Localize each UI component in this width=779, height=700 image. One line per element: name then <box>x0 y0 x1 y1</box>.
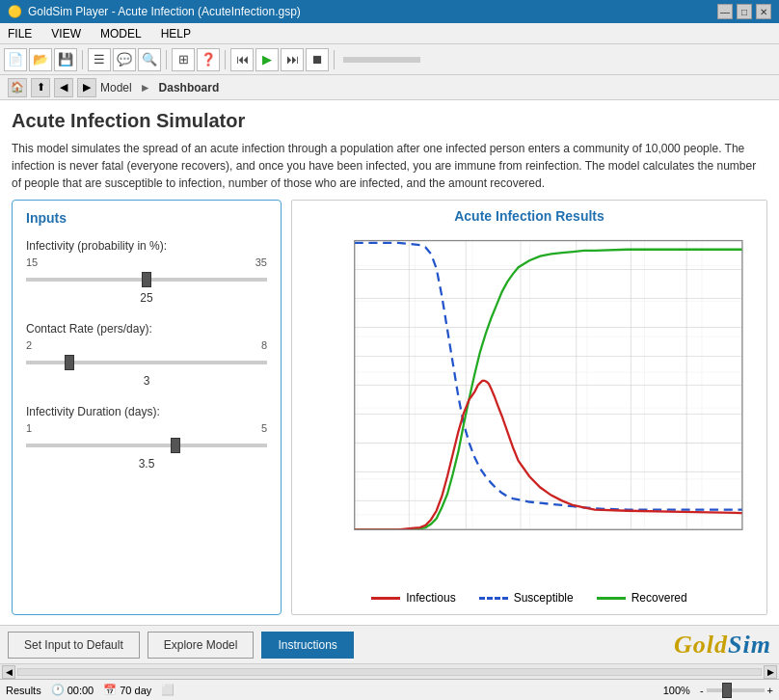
maximize-button[interactable]: □ <box>737 4 752 19</box>
scroll-right-arrow[interactable]: ▶ <box>764 665 777 679</box>
toolbar-search[interactable]: 🔍 <box>138 48 161 71</box>
bottom-bar: Set Input to Default Explore Model Instr… <box>0 625 779 663</box>
frame-icon: ⬜ <box>161 684 175 696</box>
slider-infectivity-min: 15 <box>26 256 38 268</box>
toolbar-help[interactable]: ❓ <box>197 48 220 71</box>
menu-file[interactable]: FILE <box>4 25 36 42</box>
nav-back[interactable]: ◀ <box>54 78 73 97</box>
slider-infectivity-max: 35 <box>255 256 267 268</box>
window-title: GoldSim Player - Acute Infection (AcuteI… <box>28 5 301 18</box>
toolbar-back[interactable]: ⏮ <box>230 48 254 71</box>
legend-recovered: Recovered <box>597 591 687 605</box>
inputs-panel-title: Inputs <box>26 210 267 226</box>
legend-infectious-line <box>371 597 400 600</box>
slider-contact-rate-input[interactable] <box>26 361 267 364</box>
chart-title: Acute Infection Results <box>300 208 759 224</box>
slider-contact-rate-max: 8 <box>261 339 267 351</box>
slider-duration-value: 3.5 <box>26 457 267 471</box>
zoom-minus-icon[interactable]: - <box>700 685 704 696</box>
toolbar-open[interactable]: 📂 <box>29 48 52 71</box>
breadcrumb-separator: ► <box>140 81 151 94</box>
menu-bar: FILE VIEW MODEL HELP <box>0 23 779 44</box>
nav-home[interactable]: 🏠 <box>8 78 27 97</box>
slider-duration-max: 5 <box>261 422 267 434</box>
toolbar-slider-track <box>343 57 420 63</box>
breadcrumb-root[interactable]: Model <box>100 81 132 94</box>
slider-duration-container[interactable] <box>26 436 267 455</box>
legend-recovered-label: Recovered <box>631 591 687 605</box>
toolbar-comment[interactable]: 💬 <box>113 48 136 71</box>
set-input-default-button[interactable]: Set Input to Default <box>8 632 140 659</box>
instructions-button[interactable]: Instructions <box>261 632 353 659</box>
status-time: 🕐 00:00 <box>51 684 94 696</box>
status-duration-value: 70 day <box>120 685 151 696</box>
app-icon: 🟡 <box>8 5 22 18</box>
slider-infectivity-input[interactable] <box>26 278 267 282</box>
zoom-plus-icon[interactable]: + <box>767 685 773 696</box>
toolbar-sep-1 <box>82 50 83 69</box>
slider-infectivity-range: 15 35 <box>26 256 267 268</box>
close-button[interactable]: ✕ <box>756 4 771 19</box>
toolbar-new[interactable]: 📄 <box>4 48 27 71</box>
scroll-track[interactable] <box>17 668 762 676</box>
legend-susceptible-line <box>479 597 508 600</box>
slider-infectivity-label: Infectivity (probability in %): <box>26 239 267 253</box>
status-section-label: Results <box>6 685 41 696</box>
status-zoom-value: 100% <box>663 685 690 696</box>
title-bar-controls[interactable]: — □ ✕ <box>717 4 771 19</box>
slider-infectivity: Infectivity (probability in %): 15 35 25 <box>26 239 267 305</box>
status-bar: Results 🕐 00:00 📅 70 day ⬜ 100% - + <box>0 679 779 700</box>
slider-duration-input[interactable] <box>26 444 267 447</box>
status-zoom: 100% <box>663 685 690 696</box>
slider-duration-label: Infectivity Duration (days): <box>26 405 267 418</box>
minimize-button[interactable]: — <box>717 4 733 19</box>
toolbar-save[interactable]: 💾 <box>54 48 77 71</box>
chart-svg: 0 1 2 3 4 5 6 7 8 9 10 <box>300 229 759 585</box>
zoom-slider[interactable]: - + <box>700 685 773 696</box>
status-time-value: 00:00 <box>67 685 94 696</box>
toolbar-sep-4 <box>334 50 335 69</box>
slider-contact-rate-value: 3 <box>26 374 267 388</box>
legend-infectious-label: Infectious <box>406 591 455 605</box>
slider-infectivity-container[interactable] <box>26 270 267 289</box>
toolbar-stop[interactable]: ⏹ <box>306 48 329 71</box>
nav-bar: 🏠 ⬆ ◀ ▶ Model ► Dashboard <box>0 75 779 100</box>
scroll-left-arrow[interactable]: ◀ <box>2 665 15 679</box>
chart-panel: Acute Infection Results 0 1 2 <box>291 200 767 615</box>
toolbar: 📄 📂 💾 ☰ 💬 🔍 ⊞ ❓ ⏮ ▶ ⏭ ⏹ <box>0 44 779 75</box>
menu-view[interactable]: VIEW <box>47 25 85 42</box>
slider-contact-rate-label: Contact Rate (pers/day): <box>26 322 267 336</box>
inputs-panel: Inputs Infectivity (probability in %): 1… <box>12 200 282 615</box>
toolbar-step[interactable]: ⏭ <box>281 48 304 71</box>
toolbar-list[interactable]: ☰ <box>88 48 111 71</box>
main-content: Acute Infection Simulator This model sim… <box>0 100 779 625</box>
explore-model-button[interactable]: Explore Model <box>148 632 255 659</box>
legend-infectious: Infectious <box>371 591 455 605</box>
legend-recovered-line <box>597 597 626 600</box>
title-bar-left: 🟡 GoldSim Player - Acute Infection (Acut… <box>8 5 301 18</box>
calendar-icon: 📅 <box>103 684 117 696</box>
toolbar-play[interactable]: ▶ <box>255 48 279 71</box>
menu-help[interactable]: HELP <box>157 25 195 42</box>
menu-model[interactable]: MODEL <box>96 25 146 42</box>
status-duration: 📅 70 day <box>103 684 151 696</box>
slider-contact-rate-container[interactable] <box>26 353 267 372</box>
toolbar-nav-grid[interactable]: ⊞ <box>172 48 195 71</box>
slider-contact-rate-min: 2 <box>26 339 32 351</box>
legend-susceptible: Susceptible <box>479 591 574 605</box>
panels-row: Inputs Infectivity (probability in %): 1… <box>12 200 767 615</box>
legend-susceptible-label: Susceptible <box>514 591 574 605</box>
status-section: Results <box>6 685 41 696</box>
status-frame: ⬜ <box>161 684 175 696</box>
horizontal-scrollbar[interactable]: ◀ ▶ <box>0 663 779 679</box>
slider-contact-rate: Contact Rate (pers/day): 2 8 3 <box>26 322 267 388</box>
title-bar: 🟡 GoldSim Player - Acute Infection (Acut… <box>0 0 779 23</box>
chart-legend: Infectious Susceptible Recovered <box>300 585 759 606</box>
chart-area: 0 1 2 3 4 5 6 7 8 9 10 <box>300 229 759 585</box>
nav-forward[interactable]: ▶ <box>77 78 96 97</box>
slider-duration-range: 1 5 <box>26 422 267 434</box>
description: This model simulates the spread of an ac… <box>12 140 767 192</box>
app-title: Acute Infection Simulator <box>12 110 767 132</box>
zoom-slider-input[interactable] <box>707 688 765 692</box>
nav-up[interactable]: ⬆ <box>31 78 50 97</box>
